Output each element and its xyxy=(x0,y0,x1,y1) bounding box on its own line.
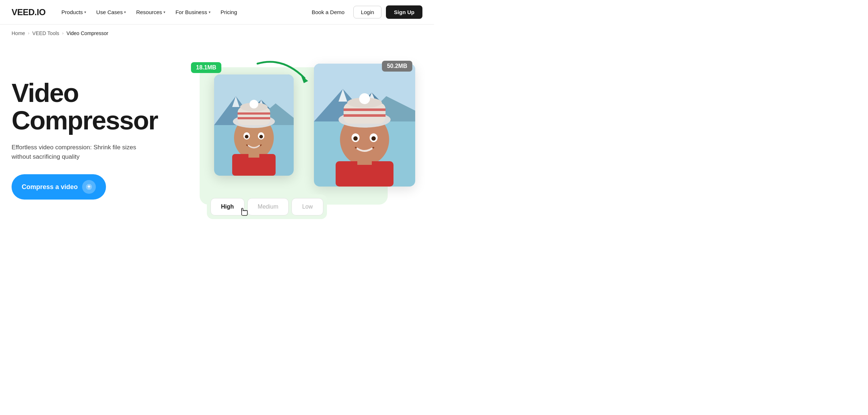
login-button[interactable]: Login xyxy=(353,6,382,18)
chevron-down-icon: ▾ xyxy=(124,10,126,14)
upload-icon xyxy=(82,180,96,194)
original-video-card xyxy=(314,64,415,187)
quality-medium-button[interactable]: Medium xyxy=(247,198,289,215)
hero-description: Effortless video compression: Shrink fil… xyxy=(12,143,149,161)
breadcrumb-home[interactable]: Home xyxy=(12,30,25,36)
hero-section: Video Compressor Effortless video compre… xyxy=(0,42,434,244)
nav-item-forbusiness[interactable]: For Business ▾ xyxy=(171,6,215,18)
svg-point-34 xyxy=(353,136,358,141)
nav-item-resources[interactable]: Resources ▾ xyxy=(132,6,170,18)
svg-point-35 xyxy=(371,136,376,141)
svg-rect-19 xyxy=(238,117,270,119)
chevron-down-icon: ▾ xyxy=(163,10,165,14)
nav-item-products[interactable]: Products ▾ xyxy=(57,6,90,18)
svg-rect-11 xyxy=(248,150,259,158)
quality-options: High Medium Low xyxy=(207,194,327,219)
chevron-down-icon: ▾ xyxy=(84,10,86,14)
brand-logo[interactable]: VEED.IO xyxy=(12,7,46,17)
original-size-badge: 50.2MB xyxy=(382,61,412,72)
hero-illustration: 18.1MB xyxy=(185,56,422,223)
nav-item-usecases[interactable]: Use Cases ▾ xyxy=(92,6,130,18)
compress-video-button[interactable]: Compress a video xyxy=(12,174,106,200)
compressed-size-badge: 18.1MB xyxy=(191,62,221,73)
svg-rect-39 xyxy=(344,114,386,117)
svg-rect-38 xyxy=(344,108,386,111)
svg-rect-30 xyxy=(336,161,393,187)
breadcrumb-separator: › xyxy=(28,31,29,36)
svg-rect-18 xyxy=(238,112,270,115)
svg-point-21 xyxy=(250,100,258,108)
signup-button[interactable]: Sign Up xyxy=(386,5,422,19)
breadcrumb-veed-tools[interactable]: VEED Tools xyxy=(32,30,59,36)
nav-links: Products ▾ Use Cases ▾ Resources ▾ For B… xyxy=(57,6,307,18)
svg-point-15 xyxy=(259,135,263,138)
breadcrumb-separator: › xyxy=(62,31,64,36)
navigation: VEED.IO Products ▾ Use Cases ▾ Resources… xyxy=(0,0,434,25)
quality-low-button[interactable]: Low xyxy=(292,198,323,215)
nav-right: Book a Demo Login Sign Up xyxy=(307,5,422,19)
book-demo-button[interactable]: Book a Demo xyxy=(307,6,349,18)
chevron-down-icon: ▾ xyxy=(209,10,210,14)
nav-item-pricing[interactable]: Pricing xyxy=(216,6,242,18)
arrow-icon xyxy=(254,60,312,96)
svg-marker-1 xyxy=(301,75,308,83)
svg-point-14 xyxy=(245,135,248,138)
hero-left: Video Compressor Effortless video compre… xyxy=(12,80,185,200)
cursor-icon xyxy=(239,205,249,218)
svg-point-41 xyxy=(359,93,370,104)
breadcrumb: Home › VEED Tools › Video Compressor xyxy=(0,25,434,42)
svg-rect-31 xyxy=(357,157,372,165)
breadcrumb-current: Video Compressor xyxy=(67,30,109,36)
hero-title: Video Compressor xyxy=(12,80,171,134)
original-video-thumbnail xyxy=(314,64,415,187)
